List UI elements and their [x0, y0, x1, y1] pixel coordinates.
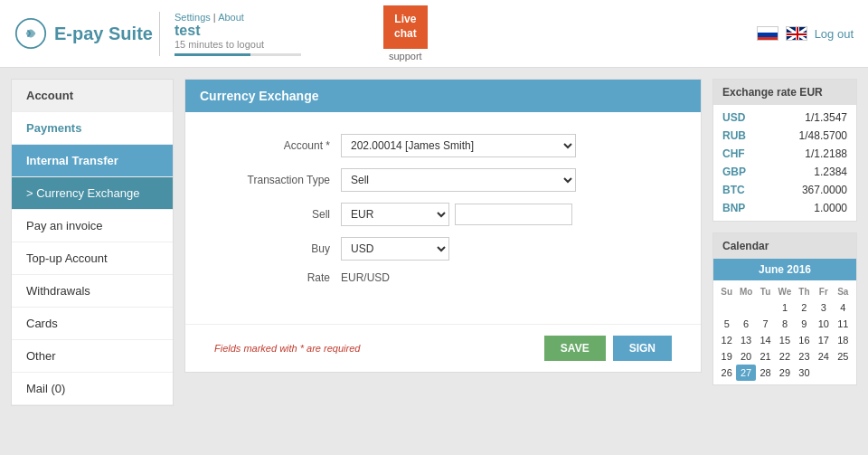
- sidebar-item-internal-transfer[interactable]: Internal Transfer: [12, 145, 173, 177]
- svg-rect-1: [758, 27, 778, 33]
- settings-link[interactable]: Settings: [175, 12, 211, 23]
- rate-label: Rate: [214, 271, 341, 284]
- sidebar-item-account[interactable]: Account: [12, 80, 173, 112]
- rate-row: BNP1.0000: [713, 199, 856, 217]
- rate-currency: GBP: [722, 166, 746, 178]
- calendar-day-cell[interactable]: 27: [736, 365, 755, 381]
- calendar-day-cell: [736, 299, 755, 316]
- content-area: Currency Exchange Account * 202.00014 [J…: [184, 79, 702, 406]
- calendar-day-cell[interactable]: 8: [775, 316, 794, 332]
- buy-currency-select[interactable]: USD: [341, 237, 449, 261]
- rate-currency: BTC: [722, 184, 745, 196]
- calendar-day-cell[interactable]: 28: [756, 365, 775, 381]
- right-panel: Exchange rate EUR USD1/1.3547RUB1/48.570…: [712, 79, 857, 406]
- exchange-rate-box: Exchange rate EUR USD1/1.3547RUB1/48.570…: [712, 79, 857, 222]
- sign-button[interactable]: SIGN: [613, 336, 672, 361]
- calendar-day-cell[interactable]: 16: [795, 332, 814, 348]
- logo-area: E-pay Suite: [14, 17, 159, 50]
- calendar-day-header: Tu: [756, 284, 775, 299]
- support-label: support: [389, 51, 422, 62]
- exchange-rate-title: Exchange rate EUR: [713, 80, 856, 105]
- russian-flag-icon[interactable]: [757, 26, 778, 41]
- calendar-day-cell[interactable]: 4: [834, 299, 853, 316]
- sidebar-item-topup[interactable]: Top-up Account: [12, 242, 173, 275]
- uk-flag-icon[interactable]: [786, 26, 807, 41]
- rate-value-cell: 367.0000: [802, 184, 847, 196]
- sidebar-item-cards[interactable]: Cards: [12, 308, 173, 340]
- calendar-day-cell[interactable]: 10: [814, 316, 833, 332]
- sidebar-item-payments[interactable]: Payments: [12, 112, 173, 145]
- rate-value-cell: 1/48.5700: [799, 129, 847, 142]
- calendar-day-cell[interactable]: 21: [756, 348, 775, 365]
- calendar-day-cell[interactable]: 24: [814, 348, 833, 365]
- svg-rect-2: [758, 33, 778, 37]
- calendar-day-cell[interactable]: 26: [717, 365, 736, 381]
- calendar-day-cell[interactable]: 11: [834, 316, 853, 332]
- calendar-day-cell[interactable]: 25: [834, 348, 853, 365]
- rate-row: RUB1/48.5700: [713, 127, 856, 145]
- rate-row: BTC367.0000: [713, 181, 856, 199]
- session-progress-bar: [175, 53, 301, 56]
- calendar-day-cell[interactable]: 29: [775, 365, 794, 381]
- calendar-day-cell[interactable]: 13: [736, 332, 755, 348]
- calendar-day-cell[interactable]: 15: [775, 332, 794, 348]
- live-chat-button[interactable]: Live chat: [383, 5, 428, 48]
- username-display: test: [175, 23, 340, 39]
- rate-currency: RUB: [722, 129, 746, 142]
- buy-label: Buy: [214, 242, 341, 255]
- transaction-type-select[interactable]: Sell: [341, 168, 576, 192]
- calendar-day-cell[interactable]: 22: [775, 348, 794, 365]
- sell-currency-select[interactable]: EUR: [341, 203, 449, 226]
- rate-row: GBP1.2384: [713, 163, 856, 181]
- calendar-day-cell[interactable]: 9: [795, 316, 814, 332]
- svg-rect-3: [758, 37, 778, 41]
- calendar-day-cell[interactable]: 12: [717, 332, 736, 348]
- rate-row: Rate EUR/USD: [214, 271, 672, 284]
- calendar-day-cell[interactable]: 5: [717, 316, 736, 332]
- account-select[interactable]: 202.00014 [James Smith]: [341, 134, 576, 157]
- calendar-day-cell[interactable]: 23: [795, 348, 814, 365]
- sidebar-item-pay-invoice[interactable]: Pay an invoice: [12, 210, 173, 242]
- calendar-day-cell[interactable]: 30: [795, 365, 814, 381]
- calendar-day-cell[interactable]: 6: [736, 316, 755, 332]
- transaction-type-label: Transaction Type: [214, 174, 341, 186]
- sell-label: Sell: [214, 208, 341, 221]
- calendar-day-cell: [756, 299, 775, 316]
- calendar-day-cell[interactable]: 14: [756, 332, 775, 348]
- calendar-day-cell[interactable]: 1: [775, 299, 794, 316]
- save-button[interactable]: SAVE: [544, 336, 606, 361]
- about-link[interactable]: About: [218, 12, 244, 23]
- calendar-day-cell: [717, 299, 736, 316]
- calendar-month: June 2016: [713, 259, 856, 280]
- rate-row: USD1/1.3547: [713, 109, 856, 127]
- form-body: Account * 202.00014 [James Smith] Transa…: [185, 112, 701, 317]
- sidebar-item-other[interactable]: Other: [12, 340, 173, 373]
- header: E-pay Suite Settings | About test 15 min…: [0, 0, 868, 68]
- sidebar-item-mail[interactable]: Mail (0): [12, 373, 173, 405]
- calendar-day-cell[interactable]: 20: [736, 348, 755, 365]
- sell-amount-input[interactable]: [455, 204, 572, 225]
- calendar-day-cell[interactable]: 7: [756, 316, 775, 332]
- rate-field: EUR/USD: [341, 271, 390, 284]
- calendar-grid: SuMoTuWeThFrSa12345678910111213141516171…: [713, 280, 856, 384]
- transaction-type-row: Transaction Type Sell: [214, 168, 672, 192]
- sidebar-item-withdrawals[interactable]: Withdrawals: [12, 275, 173, 308]
- calendar-day-cell[interactable]: 17: [814, 332, 833, 348]
- calendar-day-cell[interactable]: 3: [814, 299, 833, 316]
- rate-value: EUR/USD: [341, 271, 390, 284]
- session-progress-fill: [175, 53, 250, 56]
- calendar-day-cell[interactable]: 19: [717, 348, 736, 365]
- calendar-day-cell: [814, 365, 833, 381]
- rate-value-cell: 1.0000: [814, 202, 847, 214]
- calendar-day-cell[interactable]: 18: [834, 332, 853, 348]
- rate-table: USD1/1.3547RUB1/48.5700CHF1/1.2188GBP1.2…: [713, 105, 856, 221]
- rate-row: CHF1/1.2188: [713, 145, 856, 163]
- sidebar: Account Payments Internal Transfer > Cur…: [11, 79, 174, 406]
- form-buttons: SAVE SIGN: [544, 336, 672, 361]
- sidebar-item-currency-exchange[interactable]: > Currency Exchange: [12, 177, 173, 210]
- logout-button[interactable]: Log out: [815, 27, 854, 41]
- calendar-day-header: Fr: [814, 284, 833, 299]
- calendar-day-cell[interactable]: 2: [795, 299, 814, 316]
- header-middle: Settings | About test 15 minutes to logo…: [159, 12, 340, 56]
- form-footer: Fields marked with * are required SAVE S…: [185, 324, 701, 372]
